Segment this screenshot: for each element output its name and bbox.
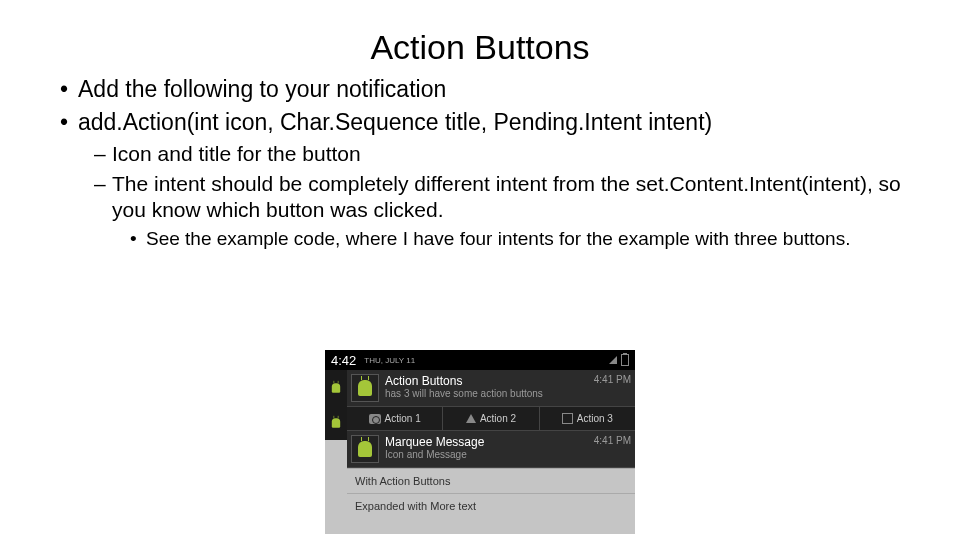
action-button[interactable]: Action 1	[347, 407, 443, 430]
battery-icon	[621, 354, 629, 366]
bullet-l3: • See the example code, where I have fou…	[130, 227, 930, 251]
notification-title: Marquee Message	[385, 435, 588, 449]
android-icon	[358, 380, 372, 396]
notification-title: Action Buttons	[385, 374, 588, 388]
status-clock: 4:42	[331, 353, 356, 368]
notification: Action Buttons has 3 will have some acti…	[347, 370, 635, 407]
bullet-dot-icon: •	[60, 75, 78, 104]
android-icon	[332, 418, 340, 428]
slide-content: • Add the following to your notification…	[30, 75, 930, 251]
bullet-l2: – The intent should be completely differ…	[94, 171, 930, 224]
notification-actions: Action 1 Action 2 Action 3	[347, 407, 635, 431]
bullet-text: Icon and title for the button	[112, 141, 361, 167]
square-icon	[562, 413, 573, 424]
notification-time: 4:41 PM	[594, 435, 631, 446]
android-icon	[358, 441, 372, 457]
action-label: Action 1	[385, 413, 421, 424]
action-button[interactable]: Action 3	[540, 407, 635, 430]
bullet-dot-icon: •	[60, 108, 78, 137]
app-icon	[351, 435, 379, 463]
notification-subtitle: has 3 will have some action buttons	[385, 388, 588, 399]
signal-icon	[609, 356, 617, 364]
bullet-l1: • add.Action(int icon, Char.Sequence tit…	[60, 108, 930, 137]
status-date: THU, JULY 11	[364, 356, 415, 365]
notification-time: 4:41 PM	[594, 374, 631, 385]
list-item: Expanded with More text	[347, 493, 635, 518]
action-button[interactable]: Action 2	[443, 407, 539, 430]
notification: Marquee Message Icon and Message 4:41 PM	[347, 431, 635, 468]
bullet-text: The intent should be completely differen…	[112, 171, 930, 224]
camera-icon	[369, 414, 381, 424]
bullet-dash-icon: –	[94, 171, 112, 224]
bullet-dash-icon: –	[94, 141, 112, 167]
bullet-l2: – Icon and title for the button	[94, 141, 930, 167]
slide: Action Buttons • Add the following to yo…	[0, 0, 960, 540]
action-label: Action 3	[577, 413, 613, 424]
status-bar: 4:42 THU, JULY 11	[325, 350, 635, 370]
action-label: Action 2	[480, 413, 516, 424]
notification-subtitle: Icon and Message	[385, 449, 588, 460]
bullet-text: Add the following to your notification	[78, 75, 446, 104]
android-icon	[332, 383, 340, 393]
slide-title: Action Buttons	[30, 28, 930, 67]
bullet-l1: • Add the following to your notification	[60, 75, 930, 104]
list-item: With Action Buttons	[347, 468, 635, 493]
bullet-text: See the example code, where I have four …	[146, 227, 850, 251]
triangle-icon	[466, 414, 476, 423]
bullet-text: add.Action(int icon, Char.Sequence title…	[78, 108, 712, 137]
phone-screenshot: 4:42 THU, JULY 11 Action Buttons has 3 w…	[325, 350, 635, 534]
bullet-dot-icon: •	[130, 227, 146, 251]
side-icons	[325, 370, 347, 440]
app-icon	[351, 374, 379, 402]
